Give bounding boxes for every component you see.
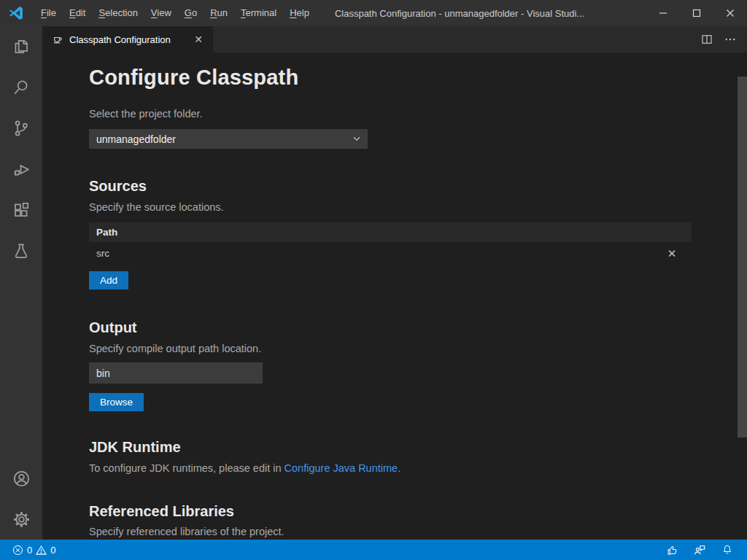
- menu-file[interactable]: File: [34, 0, 63, 26]
- java-cup-icon: [51, 34, 63, 46]
- referenced-libraries-heading: Referenced Libraries: [89, 503, 738, 520]
- error-icon: [12, 545, 23, 556]
- source-control-icon[interactable]: [0, 108, 42, 149]
- more-actions-icon[interactable]: [724, 33, 737, 46]
- chevron-down-icon: [352, 133, 362, 144]
- warning-icon: [36, 545, 47, 556]
- sources-description: Specify the source locations.: [89, 201, 738, 213]
- sources-table: Path src ✕: [89, 222, 692, 265]
- thumbs-up-icon[interactable]: [661, 540, 683, 560]
- bell-icon[interactable]: [716, 540, 738, 560]
- problems-indicator[interactable]: 0 0: [9, 540, 59, 560]
- maximize-button[interactable]: [680, 0, 713, 26]
- window-title: Classpath Configuration - unmanagedfolde…: [335, 8, 584, 19]
- vscode-logo-icon: [8, 5, 24, 21]
- referenced-libraries-description: Specify referenced libraries of the proj…: [89, 526, 738, 537]
- tab-close-icon[interactable]: ✕: [191, 32, 206, 47]
- testing-icon[interactable]: [0, 230, 42, 271]
- menu-selection[interactable]: Selection: [92, 0, 144, 26]
- project-folder-select[interactable]: unmanagedfolder: [89, 129, 368, 149]
- error-count: 0: [27, 545, 32, 556]
- source-row-src[interactable]: src ✕: [89, 242, 692, 265]
- minimize-button[interactable]: [646, 0, 680, 26]
- add-source-button[interactable]: Add: [89, 271, 128, 289]
- output-description: Specify compile output path location.: [89, 343, 738, 354]
- tab-bar: Classpath Configuration ✕: [42, 26, 747, 52]
- feedback-person-icon[interactable]: [689, 540, 711, 560]
- search-icon[interactable]: [0, 67, 42, 108]
- status-bar: 0 0: [0, 540, 747, 560]
- source-path-value: src: [96, 248, 109, 259]
- output-heading: Output: [89, 319, 738, 336]
- path-column-header: Path: [96, 227, 117, 238]
- account-icon[interactable]: [0, 458, 42, 499]
- project-folder-selected-value: unmanagedfolder: [96, 133, 176, 145]
- menu-help[interactable]: Help: [283, 0, 316, 26]
- menu-run[interactable]: Run: [204, 0, 234, 26]
- activity-bar: [0, 26, 42, 540]
- menu-edit[interactable]: Edit: [63, 0, 92, 26]
- configure-java-runtime-link[interactable]: Configure Java Runtime.: [285, 462, 401, 474]
- run-debug-icon[interactable]: [0, 149, 42, 190]
- jdk-runtime-heading: JDK Runtime: [89, 439, 738, 456]
- sources-table-header: Path: [89, 222, 692, 242]
- menu-terminal[interactable]: Terminal: [234, 0, 283, 26]
- close-window-button[interactable]: [713, 0, 747, 26]
- menu-view[interactable]: View: [144, 0, 178, 26]
- classpath-configuration-panel: Configure Classpath Select the project f…: [42, 52, 747, 540]
- split-editor-icon[interactable]: [700, 33, 713, 46]
- tab-classpath-configuration[interactable]: Classpath Configuration ✕: [42, 26, 213, 52]
- extensions-icon[interactable]: [0, 190, 42, 230]
- vertical-scrollbar[interactable]: [738, 77, 747, 438]
- titlebar: File Edit Selection View Go Run Terminal…: [0, 0, 747, 26]
- browse-output-button[interactable]: Browse: [89, 393, 144, 411]
- menu-go[interactable]: Go: [178, 0, 204, 26]
- tab-label: Classpath Configuration: [69, 34, 171, 45]
- remove-source-icon[interactable]: ✕: [665, 247, 678, 260]
- warning-count: 0: [50, 545, 55, 556]
- jdk-runtime-text: To configure JDK runtimes, please edit i…: [89, 462, 285, 474]
- output-path-input[interactable]: [89, 362, 263, 384]
- settings-gear-icon[interactable]: [0, 499, 42, 540]
- explorer-icon[interactable]: [0, 26, 42, 67]
- sources-heading: Sources: [89, 178, 738, 195]
- page-title: Configure Classpath: [89, 66, 738, 90]
- project-folder-label: Select the project folder.: [89, 108, 738, 120]
- activity-bar-spacer: [0, 271, 42, 458]
